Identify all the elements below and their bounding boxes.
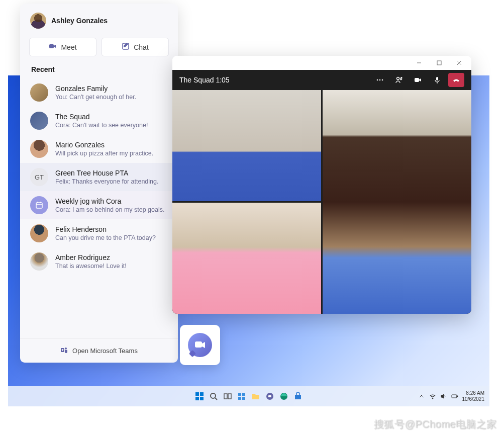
svg-rect-9 bbox=[242, 393, 245, 396]
video-grid bbox=[172, 90, 471, 314]
taskbar: 8:26 AM 10/6/2021 bbox=[8, 386, 489, 406]
clock-date: 10/6/2021 bbox=[462, 396, 485, 402]
maximize-button[interactable] bbox=[429, 56, 449, 70]
person-avatar-icon bbox=[30, 252, 48, 271]
camera-button[interactable] bbox=[410, 73, 426, 87]
svg-rect-2 bbox=[195, 397, 199, 400]
svg-rect-17 bbox=[452, 395, 457, 398]
chat-label: Chat bbox=[134, 43, 149, 51]
search-taskbar-icon[interactable] bbox=[208, 390, 220, 402]
minimize-button[interactable] bbox=[409, 56, 429, 70]
window-titlebar[interactable] bbox=[172, 56, 471, 70]
chat-item-gonzales-family[interactable]: Gonzales FamilyYou: Can't get enough of … bbox=[20, 78, 178, 107]
widgets-icon[interactable] bbox=[236, 390, 248, 402]
svg-point-34 bbox=[382, 79, 383, 81]
call-title: The Squad 1:05 bbox=[179, 76, 230, 84]
calendar-icon bbox=[30, 196, 48, 214]
clock[interactable]: 8:26 AM 10/6/2021 bbox=[462, 390, 485, 402]
chat-button[interactable]: Chat bbox=[102, 38, 169, 56]
chat-title: Gonzales Family bbox=[55, 84, 136, 93]
svg-point-4 bbox=[211, 393, 216, 398]
svg-point-35 bbox=[397, 77, 399, 80]
chat-preview: You: Can't get enough of her. bbox=[55, 94, 136, 101]
mic-button[interactable] bbox=[429, 73, 445, 87]
hangup-button[interactable] bbox=[448, 73, 464, 87]
chat-item-amber[interactable]: Amber RodriguezThat is awesome! Love it! bbox=[20, 247, 178, 276]
call-toolbar: The Squad 1:05 bbox=[172, 70, 471, 90]
store-icon[interactable] bbox=[292, 390, 304, 402]
svg-rect-11 bbox=[242, 397, 245, 400]
group-avatar-icon bbox=[30, 83, 48, 102]
svg-rect-19 bbox=[49, 44, 54, 48]
chat-title: The Squad bbox=[55, 113, 148, 121]
video-tile-participant-1[interactable] bbox=[172, 90, 321, 201]
chat-item-weekly-jog[interactable]: Weekly jog with CoraCora: I am so behind… bbox=[20, 191, 178, 219]
user-avatar[interactable] bbox=[30, 13, 46, 29]
chat-title: Weekly jog with Cora bbox=[55, 197, 164, 205]
teams-icon: T bbox=[60, 346, 68, 356]
svg-rect-3 bbox=[200, 397, 204, 400]
svg-rect-1 bbox=[200, 392, 204, 396]
open-teams-link[interactable]: T Open Microsoft Teams bbox=[20, 338, 178, 363]
svg-rect-10 bbox=[238, 397, 241, 400]
user-name: Ashley Gonzales bbox=[51, 17, 108, 25]
svg-rect-13 bbox=[268, 395, 271, 397]
chat-title: Mario Gonzales bbox=[55, 141, 153, 149]
svg-rect-29 bbox=[437, 61, 441, 65]
svg-rect-6 bbox=[224, 394, 227, 399]
svg-rect-41 bbox=[195, 341, 202, 348]
meet-button[interactable]: Meet bbox=[29, 38, 96, 56]
people-button[interactable] bbox=[391, 73, 407, 87]
meet-label: Meet bbox=[61, 43, 76, 51]
chat-item-the-squad[interactable]: The SquadCora: Can't wait to see everyon… bbox=[20, 107, 178, 135]
chat-item-green-tree[interactable]: GT Green Tree House PTAFelix: Thanks eve… bbox=[20, 163, 178, 191]
chevron-up-icon[interactable] bbox=[418, 393, 425, 400]
close-button[interactable] bbox=[449, 56, 469, 70]
person-avatar-icon bbox=[30, 224, 48, 242]
chat-item-mario[interactable]: Mario GonzalesWill pick up pizza after m… bbox=[20, 135, 178, 163]
teams-flyout-panel: Ashley Gonzales Meet Chat Recent Gonzale… bbox=[20, 4, 178, 363]
person-avatar-icon bbox=[30, 140, 48, 158]
call-actions bbox=[372, 73, 464, 87]
svg-point-33 bbox=[379, 79, 381, 81]
svg-rect-7 bbox=[228, 394, 231, 399]
open-teams-label: Open Microsoft Teams bbox=[72, 347, 138, 355]
chat-bubble-icon bbox=[188, 333, 212, 357]
chat-preview: Cora: Can't wait to see everyone! bbox=[55, 122, 148, 129]
svg-rect-8 bbox=[238, 393, 241, 396]
svg-point-16 bbox=[432, 398, 433, 399]
battery-icon[interactable] bbox=[451, 393, 458, 400]
chat-item-felix[interactable]: Felix HendersonCan you drive me to the P… bbox=[20, 219, 178, 247]
chat-title: Amber Rodriguez bbox=[55, 253, 127, 262]
group-avatar-icon bbox=[30, 112, 48, 130]
volume-icon[interactable] bbox=[440, 393, 447, 400]
watermark-text: 搜狐号@PChome电脑之家 bbox=[374, 417, 497, 431]
svg-rect-40 bbox=[436, 77, 438, 80]
task-view-icon[interactable] bbox=[222, 390, 234, 402]
start-button[interactable] bbox=[193, 390, 206, 402]
svg-point-27 bbox=[65, 348, 67, 350]
system-tray[interactable]: 8:26 AM 10/6/2021 bbox=[418, 390, 485, 402]
svg-rect-21 bbox=[36, 203, 42, 208]
taskbar-center bbox=[193, 390, 304, 402]
svg-rect-0 bbox=[195, 392, 199, 396]
video-tile-participant-main[interactable] bbox=[323, 90, 471, 314]
teams-chat-app-tile[interactable] bbox=[180, 325, 220, 365]
chat-list: Gonzales FamilyYou: Can't get enough of … bbox=[20, 78, 178, 338]
more-options-button[interactable] bbox=[372, 73, 388, 87]
svg-line-5 bbox=[215, 398, 217, 400]
recent-label: Recent bbox=[20, 63, 178, 78]
svg-rect-39 bbox=[415, 78, 419, 82]
edge-icon[interactable] bbox=[278, 390, 290, 402]
chat-preview: Felix: Thanks everyone for attending. bbox=[55, 178, 158, 185]
svg-text:T: T bbox=[62, 349, 64, 352]
initials-avatar-icon: GT bbox=[30, 168, 48, 186]
clock-time: 8:26 AM bbox=[466, 390, 484, 396]
video-tile-participant-2[interactable] bbox=[172, 203, 321, 314]
video-call-window: The Squad 1:05 bbox=[172, 56, 471, 314]
chat-preview: That is awesome! Love it! bbox=[55, 263, 127, 270]
teams-chat-icon[interactable] bbox=[264, 390, 276, 402]
wifi-icon[interactable] bbox=[429, 393, 436, 400]
chat-title: Felix Henderson bbox=[55, 225, 156, 233]
explorer-icon[interactable] bbox=[250, 390, 262, 402]
